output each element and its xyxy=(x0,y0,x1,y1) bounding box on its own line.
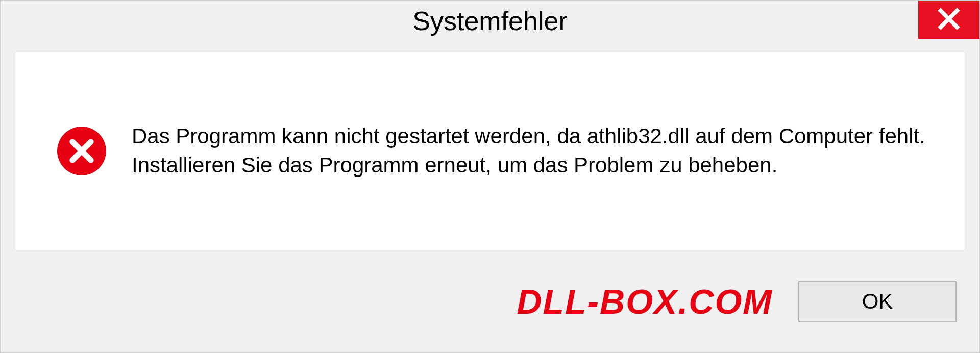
watermark-text: DLL-BOX.COM xyxy=(517,282,773,321)
dialog-title: Systemfehler xyxy=(412,6,567,36)
error-message: Das Programm kann nicht gestartet werden… xyxy=(132,122,928,180)
dialog-titlebar: Systemfehler xyxy=(1,1,979,41)
system-error-dialog: Systemfehler Das Programm kann nicht ges… xyxy=(0,0,980,353)
dialog-footer: DLL-BOX.COM OK xyxy=(1,266,979,352)
close-button[interactable] xyxy=(918,1,979,39)
ok-button[interactable]: OK xyxy=(798,281,957,322)
close-icon xyxy=(937,7,961,33)
ok-button-label: OK xyxy=(862,289,893,314)
dialog-content: Das Programm kann nicht gestartet werden… xyxy=(16,52,964,250)
error-icon xyxy=(57,127,106,175)
